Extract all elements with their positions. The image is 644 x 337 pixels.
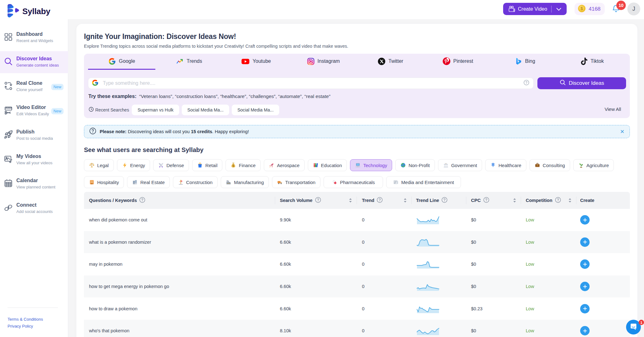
svg-text:$: $ — [580, 6, 583, 11]
